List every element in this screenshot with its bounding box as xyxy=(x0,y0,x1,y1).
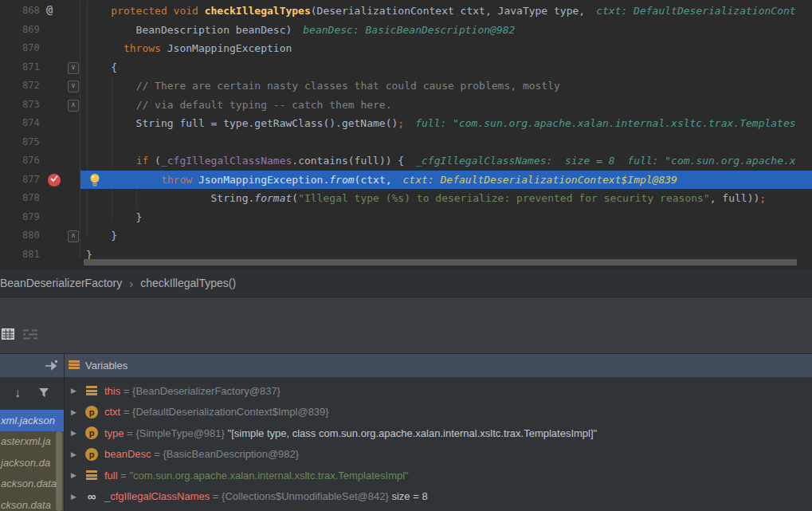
fold-marker-icon[interactable]: ∧ xyxy=(68,100,79,112)
gutter-separator xyxy=(80,0,80,258)
settings-sliders-icon[interactable] xyxy=(23,328,37,341)
code-text[interactable]: throw JsonMappingException.from(ctxt,ctx… xyxy=(80,171,812,190)
code-text[interactable]: } xyxy=(80,208,812,227)
variable-row[interactable]: ▶full = "com.sun.org.apache.xalan.intern… xyxy=(65,465,812,486)
editor-gutter: 878 xyxy=(0,189,80,208)
inline-debug-value: ctxt: DefaultDeserializationCont xyxy=(596,5,795,17)
variables-header: Variables xyxy=(0,353,812,378)
frame-row[interactable]: jackson.da xyxy=(0,452,64,474)
sort-down-arrow-icon[interactable]: ↓ xyxy=(14,387,21,399)
code-line-868[interactable]: 868@ protected void checkIllegalTypes(De… xyxy=(0,2,812,21)
variable-row[interactable]: ▶pctxt = {DefaultDeserializationContext$… xyxy=(65,402,812,423)
code-token: throw xyxy=(161,174,198,186)
code-line-877[interactable]: 877 throw JsonMappingException.from(ctxt… xyxy=(0,171,812,190)
editor-gutter: 868@ xyxy=(0,2,80,21)
variable-name: _cfgIllegalClassNames xyxy=(104,490,210,502)
variable-row[interactable]: ▶pbeanDesc = {BasicBeanDescription@982} xyxy=(65,444,812,466)
breadcrumb-item-method[interactable]: checkIllegalTypes() xyxy=(140,277,236,289)
code-line-875[interactable]: 875 xyxy=(0,133,812,152)
editor-gutter: 872∨ xyxy=(0,77,80,96)
code-line-878[interactable]: 878 String.format("Illegal type (%s) to … xyxy=(0,189,812,208)
code-token: // via default typing -- catch them here… xyxy=(136,99,392,111)
annotation-gutter-icon[interactable]: @ xyxy=(46,1,53,20)
editor-gutter: 875 xyxy=(0,133,80,152)
code-token xyxy=(86,80,136,92)
code-token: checkIllegalTypes xyxy=(205,5,311,17)
fold-marker-icon[interactable]: ∧ xyxy=(68,230,79,242)
frame-row[interactable]: xml.jackson xyxy=(0,410,64,431)
code-line-879[interactable]: 879 } xyxy=(0,208,812,227)
code-line-872[interactable]: 872∨ // There are certain nasty classes … xyxy=(0,77,812,96)
fold-marker-icon[interactable]: ∨ xyxy=(68,81,79,92)
expand-arrow-icon[interactable]: ▶ xyxy=(71,471,79,479)
editor-gutter: 880∧ xyxy=(0,226,80,246)
intention-bulb-icon[interactable] xyxy=(89,173,100,190)
code-text[interactable]: BeanDescription beanDesc)beanDesc: Basic… xyxy=(80,21,812,40)
equals-sign: = xyxy=(151,448,163,460)
filter-funnel-icon[interactable] xyxy=(38,387,49,401)
code-token: "Illegal type (%s) to deserialize: preve… xyxy=(298,192,710,204)
ide-window: 868@ protected void checkIllegalTypes(De… xyxy=(0,0,812,511)
variable-row[interactable]: ▶∞_cfgIllegalClassNames = {Collections$U… xyxy=(65,486,812,508)
line-number: 870 xyxy=(22,39,40,58)
code-line-880[interactable]: 880∧ } xyxy=(0,226,812,246)
code-line-871[interactable]: 871∨ { xyxy=(0,58,812,77)
frames-scrollbar[interactable] xyxy=(56,431,62,511)
code-line-869[interactable]: 869 BeanDescription beanDesc)beanDesc: B… xyxy=(0,21,812,40)
code-text[interactable]: // There are certain nasty classes that … xyxy=(80,77,812,96)
code-token: format xyxy=(254,192,292,204)
breadcrumb-item-class[interactable]: BeanDeserializerFactory xyxy=(0,277,122,289)
code-text[interactable]: { xyxy=(80,58,812,77)
layout-editor-icon[interactable] xyxy=(2,328,16,341)
execution-point-arrow-icon[interactable] xyxy=(45,360,58,374)
expand-arrow-icon[interactable]: ▶ xyxy=(71,387,79,395)
frame-row[interactable]: ackson.data xyxy=(0,474,64,495)
line-number: 875 xyxy=(22,133,40,152)
fold-marker-icon[interactable]: ∨ xyxy=(68,62,79,74)
editor-gutter: 871∨ xyxy=(0,58,80,77)
code-line-874[interactable]: 874 String full = type.getRawClass().get… xyxy=(0,114,812,133)
code-text[interactable]: // via default typing -- catch them here… xyxy=(80,96,812,115)
code-text[interactable]: } xyxy=(80,226,812,246)
code-token: String full = type.getRawClass().getName… xyxy=(86,117,398,129)
variable-row[interactable]: ▶this = {BeanDeserializerFactory@837} xyxy=(65,380,812,402)
code-token xyxy=(86,99,136,111)
code-token: String. xyxy=(86,192,254,204)
parameter-icon: p xyxy=(85,426,98,439)
editor-gutter: 881 xyxy=(0,246,80,265)
variable-row[interactable]: ▶ptype = {SimpleType@981} "[simple type,… xyxy=(65,423,812,444)
expand-arrow-icon[interactable]: ▶ xyxy=(71,450,79,458)
breakpoint-icon[interactable] xyxy=(48,174,61,187)
expand-arrow-icon[interactable]: ▶ xyxy=(71,408,79,416)
line-number: 872 xyxy=(22,77,40,96)
line-number: 876 xyxy=(22,151,40,171)
frames-panel[interactable]: ↓ xml.jacksonasterxml.jajackson.daackson… xyxy=(0,377,64,511)
editor-horizontal-scrollbar[interactable] xyxy=(84,259,797,265)
code-line-876[interactable]: 876 if (_cfgIllegalClassNames.contains(f… xyxy=(0,151,812,171)
code-text[interactable]: throws JsonMappingException xyxy=(80,39,812,58)
code-token: from xyxy=(329,174,354,186)
code-text[interactable]: String full = type.getRawClass().getName… xyxy=(80,114,812,133)
variable-name: beanDesc xyxy=(104,448,151,460)
code-lines: 868@ protected void checkIllegalTypes(De… xyxy=(0,2,812,264)
variables-panel[interactable]: ▶this = {BeanDeserializerFactory@837}▶pc… xyxy=(65,377,812,511)
editor-gutter: 869 xyxy=(0,21,80,40)
code-token: throws xyxy=(124,42,161,54)
code-token: ( xyxy=(292,192,298,204)
frame-row[interactable]: asterxml.ja xyxy=(0,431,64,453)
code-text[interactable]: protected void checkIllegalTypes(Deseria… xyxy=(80,2,812,21)
code-text[interactable] xyxy=(80,133,812,152)
code-editor[interactable]: 868@ protected void checkIllegalTypes(De… xyxy=(0,0,812,269)
code-line-870[interactable]: 870 throws JsonMappingException xyxy=(0,39,812,58)
code-line-873[interactable]: 873∧ // via default typing -- catch them… xyxy=(0,96,812,115)
expand-arrow-icon[interactable]: ▶ xyxy=(71,429,79,437)
variable-name: full xyxy=(104,470,118,482)
expand-arrow-icon[interactable]: ▶ xyxy=(71,493,79,501)
code-text[interactable]: if (_cfgIllegalClassNames.contains(full)… xyxy=(80,151,812,171)
breadcrumb: BeanDeserializerFactory › checkIllegalTy… xyxy=(0,269,812,297)
stacked-bars-icon xyxy=(69,360,80,371)
frame-row[interactable]: ckson.data xyxy=(0,494,64,511)
inline-debug-value: _cfgIllegalClassNames: size = 8 full: "c… xyxy=(415,155,795,167)
variables-tab-label[interactable]: Variables xyxy=(85,360,127,371)
code-text[interactable]: String.format("Illegal type (%s) to dese… xyxy=(80,189,812,208)
